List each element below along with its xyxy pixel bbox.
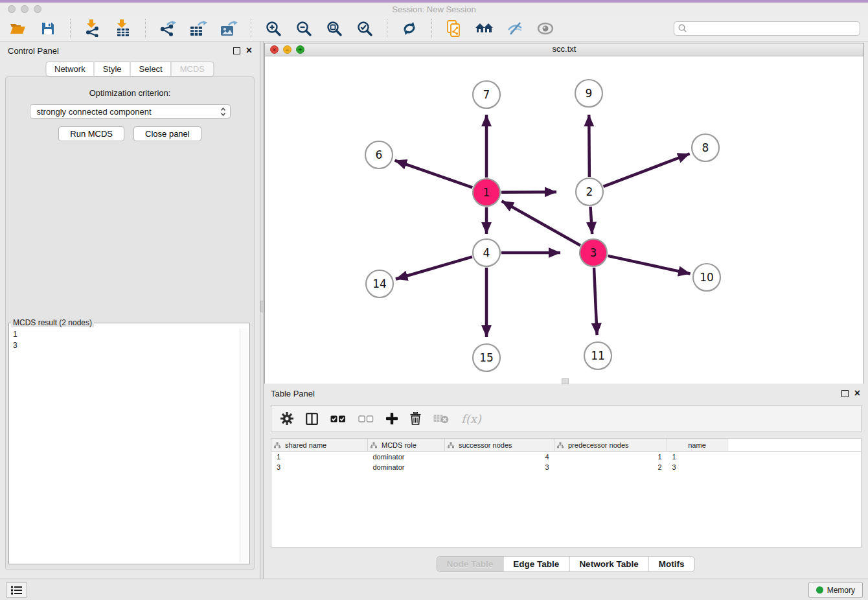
- import-table-icon[interactable]: [113, 19, 133, 38]
- graph-edge-2-9[interactable]: [589, 115, 589, 177]
- run-mcds-button[interactable]: Run MCDS: [58, 126, 124, 141]
- close-panel-icon[interactable]: ×: [246, 47, 252, 54]
- optimization-criterion-label: Optimization criterion:: [6, 88, 254, 98]
- graph-node-4[interactable]: 4: [473, 239, 500, 266]
- delete-table-icon[interactable]: [433, 413, 449, 424]
- graph-node-3[interactable]: 3: [580, 239, 607, 266]
- graph-node-8[interactable]: 8: [692, 134, 719, 161]
- svg-text:3: 3: [590, 246, 597, 259]
- tab-select[interactable]: Select: [130, 62, 172, 76]
- graph-svg[interactable]: 7968124314101511: [265, 56, 863, 384]
- graph-node-14[interactable]: 14: [366, 270, 393, 297]
- graph-node-11[interactable]: 11: [584, 342, 611, 369]
- graph-edge-3-10[interactable]: [608, 256, 690, 274]
- graph-node-15[interactable]: 15: [473, 344, 500, 371]
- deselect-all-checkboxes-icon[interactable]: [358, 415, 374, 422]
- svg-text:7: 7: [483, 88, 490, 101]
- tab-network-table[interactable]: Network Table: [569, 557, 648, 571]
- tree-icon: [371, 442, 377, 448]
- table-row[interactable]: 1dominator411: [271, 452, 861, 463]
- graph-node-2[interactable]: 2: [576, 178, 603, 205]
- export-image-icon[interactable]: [219, 19, 238, 38]
- mcds-panel: Optimization criterion: strongly connect…: [5, 76, 255, 570]
- zoom-selected-icon[interactable]: [355, 19, 374, 38]
- column-header-mcds-role[interactable]: MCDS role: [368, 439, 445, 452]
- tab-mcds[interactable]: MCDS: [171, 62, 214, 76]
- graph-node-6[interactable]: 6: [365, 141, 393, 168]
- column-header-successor-nodes[interactable]: successor nodes: [445, 439, 554, 452]
- graph-edge-1-6[interactable]: [395, 161, 473, 188]
- resize-grip[interactable]: [562, 378, 569, 384]
- tab-network[interactable]: Network: [45, 62, 95, 76]
- memory-label: Memory: [827, 586, 855, 595]
- apply-layout-icon[interactable]: [400, 19, 419, 38]
- svg-text:4: 4: [483, 246, 490, 259]
- network-window-titlebar[interactable]: × − + scc.txt: [265, 43, 863, 56]
- graph-node-1[interactable]: 1: [473, 179, 500, 206]
- svg-text:11: 11: [591, 349, 605, 362]
- mcds-result-title: MCDS result (2 nodes): [11, 318, 94, 327]
- control-panel-title: Control Panel: [8, 46, 59, 56]
- task-history-button[interactable]: [6, 582, 27, 598]
- panel-splitter[interactable]: [260, 41, 264, 579]
- first-neighbors-icon[interactable]: [475, 19, 494, 38]
- column-header-name[interactable]: name: [667, 439, 727, 452]
- svg-text:9: 9: [586, 87, 593, 100]
- float-table-panel-icon[interactable]: [841, 390, 849, 397]
- criterion-select[interactable]: strongly connected component: [30, 104, 231, 119]
- open-session-icon[interactable]: [8, 19, 27, 38]
- import-network-icon[interactable]: [83, 19, 102, 38]
- table-header-row: shared nameMCDS rolesuccessor nodesprede…: [271, 439, 861, 452]
- graph-node-7[interactable]: 7: [473, 81, 500, 108]
- column-header-predecessor-nodes[interactable]: predecessor nodes: [554, 439, 667, 452]
- search-input[interactable]: [690, 23, 856, 34]
- graph-edge-2-8[interactable]: [604, 154, 690, 187]
- tab-style[interactable]: Style: [94, 62, 131, 76]
- result-scrollbar[interactable]: [240, 329, 248, 562]
- delete-column-trash-icon[interactable]: [410, 412, 421, 425]
- graph-edge-2-3[interactable]: [590, 207, 592, 234]
- toolbar-separator: [70, 19, 71, 38]
- close-table-panel-icon[interactable]: ×: [854, 390, 860, 397]
- table-settings-gear-icon[interactable]: [280, 412, 293, 425]
- tree-icon: [557, 442, 564, 448]
- search-icon: [678, 24, 687, 32]
- float-panel-icon[interactable]: [233, 47, 240, 54]
- save-session-icon[interactable]: [38, 19, 58, 38]
- zoom-in-icon[interactable]: [264, 19, 283, 38]
- tree-icon: [274, 442, 280, 448]
- graph-node-10[interactable]: 10: [693, 264, 720, 291]
- svg-text:14: 14: [372, 277, 387, 290]
- network-canvas[interactable]: 7968124314101511: [265, 56, 863, 384]
- memory-button[interactable]: Memory: [808, 582, 863, 598]
- result-item: 3: [13, 340, 237, 351]
- show-all-icon[interactable]: [536, 19, 555, 38]
- mcds-result-box: MCDS result (2 nodes) 13: [8, 318, 250, 564]
- graph-edge-1-2[interactable]: [501, 192, 556, 192]
- tab-node-table[interactable]: Node Table: [437, 557, 503, 571]
- select-all-checkboxes-icon[interactable]: [330, 415, 346, 422]
- clone-network-icon[interactable]: [444, 19, 464, 38]
- export-table-icon[interactable]: [188, 19, 208, 38]
- zoom-out-icon[interactable]: [294, 19, 314, 38]
- toolbar-separator: [251, 19, 251, 38]
- create-column-icon[interactable]: [386, 413, 398, 424]
- graph-edge-4-14[interactable]: [396, 257, 472, 279]
- graph-node-9[interactable]: 9: [575, 80, 602, 107]
- graph-edge-3-11[interactable]: [594, 268, 597, 335]
- export-network-icon[interactable]: [158, 19, 177, 38]
- search-box[interactable]: [674, 21, 860, 36]
- column-header-shared-name[interactable]: shared name: [271, 439, 368, 452]
- function-builder-icon[interactable]: f(x): [461, 412, 481, 426]
- close-panel-button[interactable]: Close panel: [133, 126, 201, 141]
- show-columns-icon[interactable]: [306, 413, 318, 425]
- hide-selected-icon[interactable]: [505, 19, 525, 38]
- tab-motifs[interactable]: Motifs: [648, 557, 694, 571]
- graph-edge-3-1[interactable]: [502, 201, 580, 245]
- zoom-fit-icon[interactable]: [325, 19, 344, 38]
- tab-edge-table[interactable]: Edge Table: [503, 557, 569, 571]
- svg-text:15: 15: [479, 351, 494, 364]
- titlebar: Session: New Session: [0, 3, 868, 16]
- table-row[interactable]: 3dominator323: [271, 462, 861, 472]
- svg-text:1: 1: [483, 186, 490, 199]
